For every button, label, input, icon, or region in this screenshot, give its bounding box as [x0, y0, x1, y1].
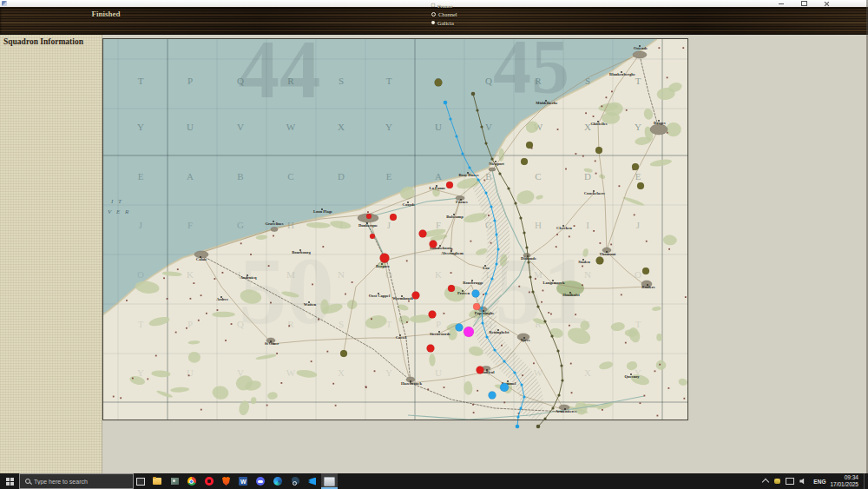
vscode-taskbar-button[interactable]: [304, 473, 320, 489]
village-marker: [450, 272, 452, 274]
front-line-entente-waypoint: [485, 335, 488, 338]
village-marker: [206, 313, 207, 314]
village-marker: [113, 396, 115, 398]
airfield-dot-salmon[interactable]: [473, 303, 480, 310]
taskbar-clock[interactable]: 09:34 17/01/2025: [830, 474, 858, 488]
village-marker: [470, 241, 472, 242]
airfield-dot-blue[interactable]: [456, 324, 464, 332]
village-marker: [654, 370, 656, 372]
active-app-taskbar-button[interactable]: [321, 473, 338, 489]
front-line-german-waypoint: [550, 334, 553, 337]
airfield-dot-red[interactable]: [390, 214, 397, 221]
airfield-dot-olive[interactable]: [521, 158, 528, 165]
airfield-dot-red[interactable]: [477, 367, 484, 374]
grid-letter: U: [187, 367, 194, 378]
grid-letter: T: [138, 319, 144, 329]
start-button[interactable]: [0, 473, 19, 489]
grid-letter: K: [435, 269, 442, 280]
village-marker: [240, 242, 242, 244]
volume-tray-icon[interactable]: [799, 479, 806, 485]
airfield-dot-red[interactable]: [366, 214, 372, 219]
minimize-button[interactable]: [774, 0, 788, 7]
theatre-option-channel[interactable]: Channel: [431, 10, 457, 18]
opera-taskbar-button[interactable]: [201, 473, 217, 489]
theatre-option-galicia[interactable]: Galicia: [431, 18, 457, 27]
steam-taskbar-button[interactable]: [286, 473, 303, 489]
word-taskbar-button[interactable]: [235, 473, 252, 489]
search-input[interactable]: [34, 479, 121, 485]
language-indicator[interactable]: ENG: [813, 479, 825, 485]
airfield-dot-red[interactable]: [430, 241, 437, 248]
town-label: Loon Plage: [313, 209, 332, 214]
grid-letter: G: [237, 220, 244, 230]
radio-marker-icon[interactable]: [431, 12, 436, 17]
village-marker: [565, 169, 567, 170]
brave-taskbar-button[interactable]: [218, 473, 234, 489]
show-desktop-button[interactable]: [864, 473, 866, 489]
village-marker: [374, 370, 376, 372]
airfield-dot-olive[interactable]: [435, 79, 443, 87]
chrome-taskbar-button[interactable]: [183, 473, 200, 489]
task-view-taskbar-button[interactable]: [132, 473, 148, 489]
airfield-dot-olive[interactable]: [340, 350, 347, 357]
airfield-dot-red[interactable]: [429, 311, 437, 319]
airfield-dot-olive[interactable]: [637, 182, 644, 189]
front-line-entente-waypoint: [495, 233, 497, 235]
theatre-option-france[interactable]: France: [431, 1, 457, 10]
front-line-german-waypoint: [476, 109, 478, 111]
airfield-dot-red[interactable]: [419, 230, 427, 238]
village-marker: [335, 405, 337, 406]
taskbar-search[interactable]: [19, 473, 134, 489]
village-marker: [668, 248, 670, 250]
grid-letter: D: [338, 171, 345, 182]
airfield-dot-olive[interactable]: [642, 268, 649, 274]
airfield-dot-blue[interactable]: [489, 392, 496, 400]
radio-marker-icon[interactable]: [431, 21, 435, 24]
village-marker: [322, 246, 324, 248]
village-marker: [371, 318, 372, 320]
finished-button[interactable]: Finished: [84, 10, 128, 18]
airfield-dot-olive[interactable]: [596, 257, 604, 265]
airfield-dot-red[interactable]: [370, 234, 375, 239]
village-marker: [214, 278, 215, 280]
village-marker: [175, 332, 177, 334]
airfield-dot-olive[interactable]: [632, 163, 639, 170]
town-label: Bourbourg: [292, 250, 311, 254]
grid-letter: V: [485, 122, 492, 132]
town-label: Dunkerque: [358, 223, 378, 228]
town-label: St Omer: [265, 341, 279, 346]
airfield-dot-red[interactable]: [427, 345, 435, 353]
file-explorer-taskbar-button[interactable]: [149, 473, 166, 489]
airfield-dot-olive[interactable]: [595, 147, 602, 154]
discord-taskbar-button[interactable]: [253, 473, 269, 489]
airfield-dot-blue[interactable]: [472, 290, 480, 298]
village-marker: [222, 272, 224, 274]
photos-taskbar-button[interactable]: [167, 473, 183, 489]
campaign-map[interactable]: 44455051TPQRSTPQRSTYUVWXYUVWXYEABCDEABCD…: [102, 38, 688, 431]
radio-marker-icon[interactable]: [431, 3, 435, 7]
town-label: Ostende: [634, 46, 648, 50]
grid-letter: X: [338, 122, 345, 132]
airfield-dot-red[interactable]: [448, 285, 455, 292]
display-tray-icon[interactable]: [786, 478, 794, 485]
front-line-german-waypoint: [471, 92, 476, 96]
village-marker: [217, 309, 219, 311]
onedrive-tray-icon[interactable]: [774, 479, 780, 484]
front-line-german-waypoint: [543, 320, 546, 322]
town-label: Bruges: [654, 121, 666, 125]
close-button[interactable]: [819, 0, 833, 7]
airfield-dot-red[interactable]: [446, 182, 453, 188]
village-marker: [585, 112, 587, 114]
front-line-entente-waypoint: [516, 415, 519, 418]
hidden-icons-chevron-icon[interactable]: [762, 479, 769, 486]
airfield-dot-magenta[interactable]: [464, 327, 474, 337]
village-marker: [501, 345, 503, 347]
airfield-dot-red[interactable]: [380, 254, 390, 263]
edge-taskbar-button[interactable]: [269, 473, 286, 489]
airfield-dot-red[interactable]: [412, 292, 420, 300]
airfield-dot-olive[interactable]: [526, 142, 533, 149]
maximize-button[interactable]: [797, 0, 811, 7]
town-label: Clercken: [556, 226, 572, 230]
village-marker: [571, 392, 573, 393]
airfield-dot-blue[interactable]: [500, 383, 509, 392]
